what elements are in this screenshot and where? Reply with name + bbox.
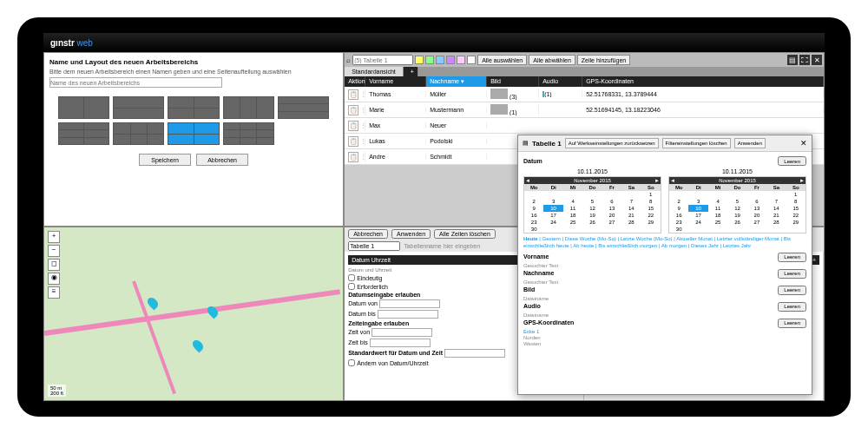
table-row[interactable]: 📋 ⋮ MarieMustermann (1) 52.51694145, 13.… (345, 102, 824, 118)
leeren-button[interactable]: Leeren (778, 269, 806, 279)
table-search-input[interactable] (352, 55, 413, 65)
fb-cancel-button[interactable]: Abbrechen (348, 229, 388, 239)
zoom-out-button[interactable]: − (48, 245, 60, 257)
next-month-icon[interactable]: ► (799, 178, 805, 183)
layout-option[interactable] (113, 96, 164, 119)
layout-option-selected[interactable] (168, 122, 219, 145)
leeren-button[interactable]: Leeren (778, 156, 806, 166)
preset-link[interactable]: Bis einschließlich morgen (598, 243, 657, 248)
th-vorname[interactable]: Vorname (365, 76, 426, 87)
next-month-icon[interactable]: ► (654, 178, 660, 183)
col-add-icon[interactable]: + (812, 257, 816, 263)
color-swatch[interactable] (467, 56, 476, 64)
cb-aendern[interactable] (348, 359, 355, 366)
layout-option[interactable] (278, 96, 329, 119)
layout-picker-panel: Name und Layout des neuen Arbeitsbereich… (43, 52, 344, 227)
preset-link[interactable]: Diese Woche (Mo-So) (565, 236, 616, 241)
color-swatch[interactable] (457, 56, 465, 64)
th-nachname[interactable]: Nachname ▾ (426, 76, 487, 87)
date-to[interactable]: 10.11.2015 (668, 167, 806, 176)
filter-icon[interactable]: ▤ (787, 55, 798, 65)
layers-button[interactable]: ≡ (48, 286, 60, 299)
filter-dialog: ▤ Tabelle 1 Auf Werkseinstellungen zurüc… (517, 135, 812, 395)
th-audio[interactable]: Audio (539, 76, 582, 87)
leeren-button[interactable]: Leeren (778, 253, 806, 262)
layout-grid (49, 93, 338, 148)
workspace-name-input[interactable] (49, 77, 222, 88)
fb-apply-button[interactable]: Anwenden (391, 229, 431, 239)
standard-input[interactable] (444, 349, 505, 358)
tab-standard[interactable]: Standardansicht (345, 67, 404, 76)
layout-option[interactable] (58, 122, 109, 145)
map-scale: 50 m200 ft (48, 385, 66, 397)
layout-option[interactable] (58, 96, 109, 119)
datum-von-input[interactable] (379, 299, 440, 308)
cb-erforderlich[interactable] (348, 283, 355, 290)
preset-link[interactable]: Dieses Jahr (691, 243, 719, 248)
zoom-fit-button[interactable]: ◻ (48, 259, 60, 271)
preset-link[interactable]: Gestern (542, 236, 561, 241)
table-row[interactable]: 📋 ⋮ MaxNeuer (345, 118, 824, 134)
zeit-von-input[interactable] (372, 328, 432, 337)
map-panel[interactable]: + − ◻ ◉ ≡ 50 m200 ft (43, 227, 344, 401)
save-button[interactable]: Speichern (139, 154, 191, 166)
preset-link[interactable]: Ab heute (573, 243, 594, 248)
leeren-button[interactable]: Leeren (778, 319, 806, 328)
date-from[interactable]: 10.11.2015 (523, 167, 661, 176)
close-icon[interactable]: ✕ (812, 55, 822, 65)
preset-link[interactable]: Heute (523, 236, 538, 241)
clear-filter-button[interactable]: Filtereinstellungen löschen (662, 138, 731, 148)
tablet-frame: gınstr web Name und Layout des neuen Arb… (17, 17, 851, 417)
apply-filter-button[interactable]: Anwenden (734, 138, 766, 148)
row-action-icon[interactable]: 📋 (348, 89, 358, 100)
color-swatch[interactable] (415, 56, 424, 64)
color-swatch[interactable] (446, 56, 455, 64)
layout-option[interactable] (168, 96, 219, 119)
layout-option[interactable] (223, 122, 274, 145)
preset-link[interactable]: Letztes Jahr (723, 243, 752, 248)
row-action-icon[interactable]: 📋 (348, 105, 358, 115)
datum-bis-input[interactable] (378, 310, 438, 319)
add-row-button[interactable]: Zeile hinzufügen (577, 55, 630, 65)
select-all-button[interactable]: Alle auswählen (477, 55, 527, 65)
color-swatch[interactable] (425, 56, 434, 64)
deselect-all-button[interactable]: Alle abwählen (529, 55, 575, 65)
calendar-to[interactable]: ◄November 2015►MoDiMiDoFrSaSo12345678910… (668, 176, 806, 233)
row-action-icon[interactable]: 📋 (348, 121, 358, 131)
prev-month-icon[interactable]: ◄ (525, 178, 530, 183)
app-logo: gınstr web (50, 38, 93, 48)
prev-month-icon[interactable]: ◄ (670, 178, 675, 183)
zeit-bis-input[interactable] (370, 339, 431, 347)
layout-heading: Name und Layout des neuen Arbeitsbereich… (49, 58, 338, 66)
row-action-icon[interactable]: 📋 (348, 152, 358, 162)
zoom-in-button[interactable]: + (48, 231, 60, 243)
map-pin[interactable] (146, 295, 161, 310)
preset-link[interactable]: Aktueller Monat (676, 236, 713, 241)
preset-link[interactable]: Letzte Woche (Mo-So) (621, 236, 673, 241)
calendar-from[interactable]: ◄November 2015►MoDiMiDoFrSaSo12345678910… (523, 176, 661, 233)
speaker-icon[interactable] (542, 91, 544, 97)
cb-eindeutig[interactable] (348, 274, 355, 281)
cancel-button[interactable]: Abbrechen (196, 154, 248, 166)
color-swatch[interactable] (436, 56, 444, 64)
layout-option[interactable] (113, 122, 164, 145)
table-row[interactable]: 📋 ⋮ ThomasMüller (3) (1) 52.51768331, 13… (345, 87, 824, 102)
layout-option[interactable] (223, 96, 274, 119)
leeren-button[interactable]: Leeren (778, 302, 806, 312)
th-bild[interactable]: Bild (487, 76, 539, 87)
reset-button[interactable]: Auf Werkseinstellungen zurücksetzen (565, 138, 659, 148)
tab-add[interactable]: + (404, 67, 418, 76)
preset-link[interactable]: Ab morgen (661, 243, 687, 248)
zoom-all-button[interactable]: ◉ (48, 273, 60, 285)
row-action-icon[interactable]: 📋 (348, 136, 358, 147)
th-gps[interactable]: GPS-Koordinaten (582, 76, 824, 87)
close-icon[interactable]: ✕ (800, 139, 807, 148)
leeren-button[interactable]: Leeren (778, 286, 806, 295)
expand-icon[interactable]: ⛶ (799, 55, 810, 65)
preset-link[interactable]: Letzter vollständiger Monat (717, 236, 779, 241)
fb-clear-button[interactable]: Alle Zeilen löschen (434, 229, 496, 239)
filter-icon: ▤ (523, 140, 529, 147)
th-aktion[interactable]: Aktion (345, 76, 365, 87)
map-pin[interactable] (191, 339, 206, 353)
fb-table-input[interactable] (348, 241, 400, 251)
